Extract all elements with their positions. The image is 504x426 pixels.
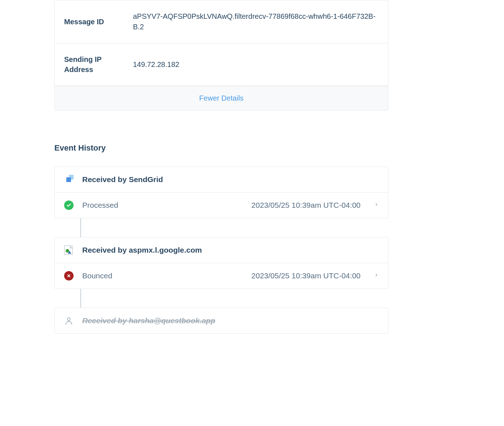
detail-row-sending-ip: Sending IP Address 149.72.28.182	[55, 43, 388, 86]
detail-value-message-id: aPSYV7-AQFSP0PskLVNAwQ.filterdrecv-77869…	[122, 11, 379, 32]
details-toggle-footer: Fewer Details	[55, 86, 388, 110]
detail-label-sending-ip: Sending IP Address	[64, 54, 122, 75]
message-details-card: Message ID aPSYV7-AQFSP0PskLVNAwQ.filter…	[54, 0, 388, 111]
event-name: Processed	[82, 201, 243, 210]
group-connector	[80, 218, 81, 237]
detail-value-sending-ip: 149.72.28.182	[122, 59, 179, 70]
detail-label-message-id: Message ID	[64, 17, 122, 27]
event-group-header-title: Received by aspmx.l.google.com	[82, 246, 202, 254]
event-group-sendgrid: Received by SendGrid Processed 2023/05/2…	[54, 166, 388, 218]
chevron-right-icon	[374, 201, 379, 210]
event-name: Bounced	[82, 271, 243, 280]
event-group-header-title: Received by SendGrid	[82, 175, 163, 184]
server-icon	[64, 245, 74, 255]
group-connector	[80, 289, 81, 308]
x-icon	[64, 271, 74, 281]
fewer-details-link[interactable]: Fewer Details	[199, 94, 243, 102]
event-row-processed[interactable]: Processed 2023/05/25 10:39am UTC-04:00	[55, 193, 388, 218]
person-icon	[64, 316, 74, 325]
event-group-recipient: Received by harsha@questbook.app	[54, 308, 388, 334]
event-time: 2023/05/25 10:39am UTC-04:00	[251, 271, 361, 280]
event-row-bounced[interactable]: Bounced 2023/05/25 10:39am UTC-04:00	[55, 263, 388, 288]
event-time: 2023/05/25 10:39am UTC-04:00	[251, 201, 361, 210]
check-icon	[64, 201, 74, 210]
detail-row-message-id: Message ID aPSYV7-AQFSP0PskLVNAwQ.filter…	[55, 0, 388, 43]
sendgrid-icon	[64, 175, 74, 184]
chevron-right-icon	[374, 271, 379, 280]
event-group-google: Received by aspmx.l.google.com Bounced 2…	[54, 237, 388, 289]
event-group-header: Received by harsha@questbook.app	[55, 308, 388, 333]
event-group-header: Received by aspmx.l.google.com	[55, 237, 388, 263]
svg-point-2	[67, 318, 70, 321]
event-group-header-title: Received by harsha@questbook.app	[82, 316, 215, 325]
event-group-header: Received by SendGrid	[55, 167, 388, 193]
event-history-title: Event History	[54, 143, 388, 153]
